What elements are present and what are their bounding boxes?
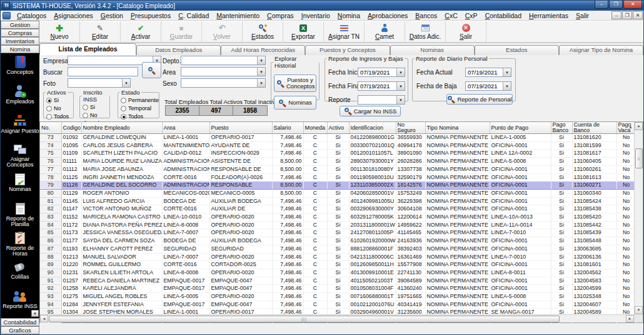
scroll-right-icon[interactable]: ► — [626, 315, 634, 322]
toolbar-asignar-tn-button[interactable]: Asignar TN — [324, 21, 365, 42]
radio-activos-todos[interactable]: Todos — [46, 113, 73, 120]
sidebar-tab-nomina[interactable]: Nomina — [1, 45, 39, 53]
tab-puestos-y-conceptos[interactable]: Puestos y Conceptos — [305, 45, 390, 55]
tab-estados[interactable]: Estados — [475, 45, 559, 55]
radio-inscrito-inss-si[interactable]: Si — [83, 103, 109, 111]
reporte-combo[interactable]: ▼ — [358, 95, 405, 105]
table-row[interactable]: 8901220ROMMEL GUILLERMOCORTE-0016CORTADO… — [40, 261, 636, 269]
fecha-actual-combo[interactable]: 07/19/2021▼ — [465, 68, 511, 77]
column-header-area[interactable]: Area — [162, 122, 209, 134]
menu-item-c-calidad[interactable]: C. Calidad — [174, 11, 213, 20]
minimize-button[interactable]: – — [595, 1, 608, 9]
scroll-down-icon[interactable]: ▼ — [635, 306, 643, 314]
sidebar-tab-graficos[interactable]: Graficos — [1, 326, 39, 334]
menu-item-gestion[interactable]: Gestion — [97, 11, 127, 20]
fecha-inicial-combo[interactable]: 07/19/2021▼ — [358, 68, 405, 77]
tab-nominas[interactable]: Nominas — [390, 45, 475, 55]
menu-item-cxc[interactable]: CxC — [441, 11, 461, 20]
sidebar-item-conceptos[interactable]: Conceptos — [1, 54, 39, 83]
nominas-button[interactable]: Nominas — [274, 96, 316, 110]
column-header-activo[interactable]: Activo — [327, 122, 349, 134]
horizontal-scrollbar[interactable]: ◄ ||| ► — [40, 314, 634, 322]
radio-estado-temporal[interactable]: Temporal — [121, 105, 159, 112]
column-header-nombre-empleado[interactable]: Nombre Empleado — [81, 122, 162, 134]
cargar-no-inss-button[interactable]: Cargar No INSS — [340, 106, 401, 116]
sidebar-tab-inventarios[interactable]: Inventarios — [1, 37, 39, 45]
table-row[interactable]: 8301152MARICELA RAMONA CASTROLINEA-10-00… — [40, 214, 636, 222]
vertical-scrollbar[interactable]: ▲ ≡ ▼ — [634, 122, 643, 314]
toolbar-datos-adic-button[interactable]: Datos Adic. — [405, 21, 446, 42]
column-header-no-seguro[interactable]: No Seguro — [396, 122, 425, 134]
menu-item-mantenimiento[interactable]: Mantenimiento — [213, 11, 263, 20]
radio-inscrito-inss-no[interactable]: No — [83, 111, 109, 119]
menu-item-contabilidad[interactable]: Contabilidad — [481, 11, 525, 20]
menu-item-catalogos[interactable]: Catalogos — [13, 11, 50, 20]
radio-activos-si[interactable]: Si — [46, 96, 73, 104]
table-row[interactable]: 9101257REBECA DANIELA MARTINEZEMPAQUE-00… — [40, 277, 636, 285]
sidebar-item-asignar-conceptos[interactable]: Asignar Conceptos — [1, 142, 39, 172]
table-row[interactable]: 8401172DIANA PASTORA PEÑA PEREZLINEA-8-0… — [40, 221, 636, 229]
mdi-restore-button[interactable]: ❐ — [622, 11, 632, 19]
menu-item-salir[interactable]: Salir — [572, 11, 593, 20]
fecha-baja-combo[interactable]: 07/19/2021▼ — [465, 81, 511, 91]
table-row[interactable]: 7601111MARIA LOURDE RUIZ LANUZAADMINISTR… — [40, 158, 636, 166]
scroll-left-icon[interactable]: ◄ — [40, 315, 48, 322]
sidebar-more-button[interactable]: ▼ — [31, 310, 39, 317]
close-button[interactable]: ✕ — [623, 1, 642, 9]
radio-estado-todos[interactable]: Todos — [121, 113, 159, 120]
sidebar-tab-gestion[interactable]: Gestion — [1, 21, 39, 29]
menu-item-presupuestos[interactable]: Presupuestos — [127, 11, 174, 20]
radio-activos-no[interactable]: No — [46, 105, 73, 112]
toolbar-editar-button[interactable]: ✎Editar — [80, 21, 121, 42]
column-header-moneda[interactable]: Moneda — [303, 122, 327, 134]
mdi-close-button[interactable]: ✕ — [633, 11, 643, 19]
table-row[interactable]: 7901128GERALDINE DEL SOCORROADMINISTRACI… — [40, 182, 636, 190]
puestos-conceptos-button[interactable]: Puestos y Conceptos — [274, 75, 316, 92]
table-row[interactable]: 8001129ROGER ANTONIOMECANICOS-0020MECANI… — [40, 189, 636, 197]
table-row[interactable]: 7401095CARLOS JESUS CABRERAMANTENIMIENTO… — [40, 142, 636, 150]
column-header-no[interactable]: No. — [40, 122, 61, 134]
menu-item-herramientas[interactable]: Herramientas — [525, 11, 572, 20]
sexo-combo[interactable]: ▼ — [181, 78, 266, 88]
toolbar-activar-button[interactable]: ✔Activar — [121, 21, 161, 42]
table-row[interactable]: 7801125INGRI JANNETH MENDOZACORTE-0016FO… — [40, 173, 636, 182]
toolbar-volver-button[interactable]: ↶Volver — [202, 21, 243, 42]
column-header-puesto[interactable]: Puesto — [209, 122, 272, 134]
column-header-pago-vaca[interactable]: Pago Vaca — [616, 122, 636, 134]
tab-add-horas-reconocidas[interactable]: Add Horas Reconocidas — [221, 45, 305, 55]
toolbar-carnet-button[interactable]: Carnet — [365, 21, 405, 42]
column-header-codigo[interactable]: Codigo — [61, 122, 81, 134]
toolbar-estados-button[interactable]: Estados — [243, 21, 283, 42]
table-row[interactable]: 8501173JESSICA VANESSA OSEGUEDALINEA-7-0… — [40, 229, 636, 237]
toolbar-exportar-button[interactable]: XExportar — [283, 21, 324, 42]
table-row[interactable]: 8801213MANUEL SALVADORLINEA-7-0007OPERAR… — [40, 253, 636, 261]
table-row[interactable]: 8201147VICTOR ANTONIO MUÑOZCORTE-0016AUX… — [40, 205, 636, 214]
column-header-pago-banco[interactable]: Pago Banco — [551, 122, 572, 134]
column-header-identificacion[interactable]: Identificacion — [349, 122, 396, 134]
depto-combo[interactable]: ▼ — [181, 56, 266, 65]
sidebar-item-asignar-puesto[interactable]: Asignar Puesto — [1, 113, 39, 142]
tab-lista-de-empleados[interactable]: Lista de Empleados — [39, 43, 136, 55]
buscar-search-button[interactable] — [142, 62, 161, 78]
menu-item-inventario[interactable]: Inventario — [298, 11, 334, 20]
scroll-up-icon[interactable]: ▲ — [635, 122, 643, 130]
table-row[interactable]: 8101145LUIS ALFREDO GARCIABODEGA DEAUXIL… — [40, 197, 636, 205]
toolbar-nuevo-button[interactable]: ✚Nuevo — [39, 21, 80, 42]
sidebar-tab-compras[interactable]: Compras — [1, 29, 39, 37]
menu-item-aprobaciones[interactable]: Aprobaciones — [364, 11, 411, 20]
column-header-punto-de-pago[interactable]: Punto de Pago — [490, 122, 551, 134]
table-row[interactable]: 7301092GERALDINE LOWEQUINLINEA-1-0001OPE… — [40, 134, 636, 142]
mdi-minimize-button[interactable]: – — [611, 11, 621, 19]
menu-item-cxp[interactable]: CxP — [461, 11, 481, 20]
sidebar-item-nominas[interactable]: ✔Nominas — [1, 172, 39, 201]
fecha-final-combo[interactable]: 07/19/2021▼ — [358, 81, 405, 91]
table-row[interactable]: 9401284JENNYFER ESTEFANIAEMPAQUE-0017EMP… — [40, 301, 636, 309]
column-header-salario[interactable]: Salario — [272, 122, 303, 134]
table-row[interactable]: 7501109SCARLETH LIZETH PALACIOCALIDAD-00… — [40, 150, 636, 158]
reporte-personal-button[interactable]: Reporte de Personal — [446, 94, 513, 105]
maximize-button[interactable]: ❐ — [609, 1, 623, 9]
buscar-input[interactable] — [68, 67, 138, 76]
sidebar-item-reporte-de-horas[interactable]: ✔✔Reporte de Horas — [1, 230, 39, 260]
foto-combo[interactable]: ▼ — [68, 78, 131, 88]
area-combo[interactable]: ▼ — [181, 67, 266, 76]
